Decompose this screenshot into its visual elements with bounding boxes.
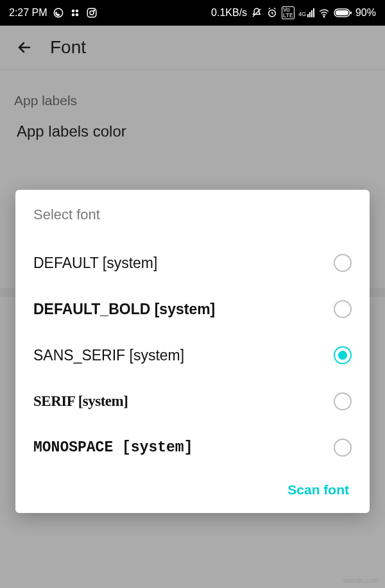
network-icon: 4G [298, 8, 314, 17]
svg-rect-13 [350, 12, 352, 14]
watermark: wsxdn.com [343, 576, 379, 584]
battery-icon [334, 8, 352, 17]
radio-icon[interactable] [334, 392, 352, 410]
font-option-2[interactable]: SANS_SERIF [system] [33, 332, 352, 378]
font-option-label: DEFAULT_BOLD [system] [33, 301, 215, 318]
font-option-label: SERIF [system] [33, 393, 128, 410]
font-option-1[interactable]: DEFAULT_BOLD [system] [33, 286, 352, 332]
dialog-title: Select font [33, 206, 352, 223]
radio-icon[interactable] [334, 346, 352, 364]
app-icon [69, 7, 81, 19]
svg-point-3 [71, 13, 74, 17]
scan-font-button[interactable]: Scan font [287, 482, 349, 498]
svg-point-2 [75, 10, 78, 13]
radio-icon[interactable] [334, 254, 352, 272]
status-data-rate: 0.1KB/s [211, 7, 247, 19]
svg-point-10 [323, 16, 325, 17]
font-option-label: SANS_SERIF [system] [33, 347, 184, 364]
status-time: 2:27 PM [9, 7, 47, 19]
svg-rect-12 [336, 10, 348, 15]
radio-icon[interactable] [334, 300, 352, 318]
whatsapp-icon [53, 7, 64, 19]
svg-point-1 [71, 10, 74, 13]
font-option-label: MONOSPACE [system] [33, 439, 193, 456]
font-option-4[interactable]: MONOSPACE [system] [33, 424, 352, 471]
svg-point-4 [75, 13, 78, 17]
font-option-label: DEFAULT [system] [33, 255, 157, 272]
font-option-0[interactable]: DEFAULT [system] [33, 240, 352, 286]
svg-point-7 [94, 10, 95, 12]
radio-icon[interactable] [334, 439, 352, 457]
volte-icon: VoLTE [282, 6, 295, 19]
font-option-3[interactable]: SERIF [system] [33, 378, 352, 424]
wifi-icon [318, 7, 330, 19]
svg-point-6 [90, 11, 94, 15]
mute-icon [251, 7, 262, 19]
alarm-icon [266, 7, 278, 19]
status-battery-text: 90% [355, 7, 376, 19]
status-bar: 2:27 PM 0.1KB/s VoLTE 4G [0, 0, 385, 26]
instagram-icon [86, 7, 98, 19]
select-font-dialog: Select font DEFAULT [system]DEFAULT_BOLD… [15, 190, 370, 513]
